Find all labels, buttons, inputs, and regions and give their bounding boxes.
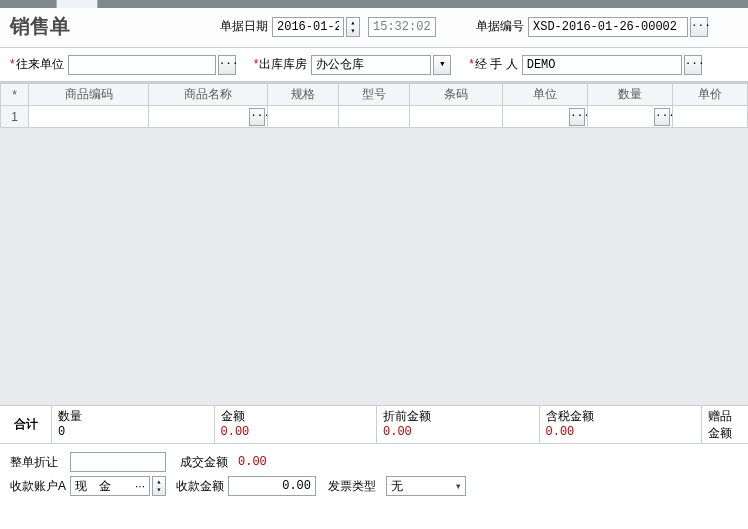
title-bar: 销售单 单据日期 ▴ ▾ 单据编号 ··· [0,8,748,48]
cell-code[interactable] [29,106,148,128]
table-row[interactable]: 1 ··· ··· ··· [1,106,748,128]
footer: 整单折让 成交金额 0.00 收款账户A 现 金 ··· ▴ ▾ 收款金额 发票… [0,444,748,504]
summary-gift: 赠品金额 [702,406,748,443]
deal-amt-label: 成交金额 [180,454,228,471]
cell-qty-lookup[interactable]: ··· [654,108,670,126]
cell-model[interactable] [339,106,410,128]
cell-barcode[interactable] [409,106,502,128]
cell-unit[interactable]: ··· [503,106,588,128]
partner-input[interactable] [68,55,216,75]
col-barcode[interactable]: 条码 [409,84,502,106]
whole-disc-input[interactable] [70,452,166,472]
doc-no-label: 单据编号 [476,18,524,35]
recv-label: 收款金额 [176,478,224,495]
page-title: 销售单 [10,13,220,40]
deal-amt-value: 0.00 [238,455,267,469]
summary-qty: 数量 0 [52,406,215,443]
warehouse-input[interactable] [311,55,431,75]
doc-no-input[interactable] [528,17,688,37]
recv-input[interactable] [228,476,316,496]
row-number: 1 [1,106,29,128]
doc-date-group: 单据日期 ▴ ▾ [220,17,436,37]
cell-name-lookup[interactable]: ··· [249,108,265,126]
acct-lookup[interactable]: ··· [135,477,145,495]
summary-bar: 合计 数量 0 金额 0.00 折前金额 0.00 含税金额 0.00 赠品金额 [0,406,748,444]
col-qty[interactable]: 数量 [588,84,673,106]
handler-label: 经 手 人 [469,56,517,73]
grid-header-row: * 商品编码 商品名称 规格 型号 条码 单位 数量 单价 [1,84,748,106]
summary-label: 合计 [0,406,52,443]
partner-lookup[interactable]: ··· [218,55,236,75]
grid: * 商品编码 商品名称 规格 型号 条码 单位 数量 单价 1 ··· ··· … [0,82,748,406]
cell-unit-lookup[interactable]: ··· [569,108,585,126]
tab-strip [0,0,748,8]
handler-lookup[interactable]: ··· [684,55,702,75]
doc-date-input[interactable] [272,17,344,37]
inv-label: 发票类型 [328,478,376,495]
col-model[interactable]: 型号 [339,84,410,106]
col-spec[interactable]: 规格 [268,84,339,106]
cell-name[interactable]: ··· [148,106,267,128]
warehouse-dd[interactable]: ▾ [433,55,451,75]
summary-amt: 金额 0.00 [215,406,378,443]
chevron-down-icon: ▾ [456,477,461,495]
summary-tax: 含税金额 0.00 [540,406,703,443]
col-price[interactable]: 单价 [673,84,748,106]
grid-empty-area [0,128,748,406]
handler-input[interactable] [522,55,682,75]
doc-no-group: 单据编号 ··· [476,17,708,37]
active-tab[interactable] [56,0,98,8]
acct-select[interactable]: 现 金 ··· [70,476,150,496]
warehouse-label: 出库库房 [254,56,308,73]
cell-spec[interactable] [268,106,339,128]
acct-label: 收款账户A [10,478,66,495]
inv-select[interactable]: 无 ▾ [386,476,466,496]
date-stepper[interactable]: ▴ ▾ [346,17,360,37]
summary-pre: 折前金额 0.00 [377,406,540,443]
cell-price[interactable] [673,106,748,128]
doc-time-input [368,17,436,37]
col-code[interactable]: 商品编码 [29,84,148,106]
doc-no-lookup[interactable]: ··· [690,17,708,37]
cell-qty[interactable]: ··· [588,106,673,128]
criteria-bar: 往来单位 ··· 出库库房 ▾ 经 手 人 ··· [0,48,748,82]
acct-stepper[interactable]: ▴ ▾ [152,476,166,496]
rownum-header: * [1,84,29,106]
partner-label: 往来单位 [10,56,64,73]
doc-date-label: 单据日期 [220,18,268,35]
col-name[interactable]: 商品名称 [148,84,267,106]
whole-disc-label: 整单折让 [10,454,66,471]
col-unit[interactable]: 单位 [503,84,588,106]
